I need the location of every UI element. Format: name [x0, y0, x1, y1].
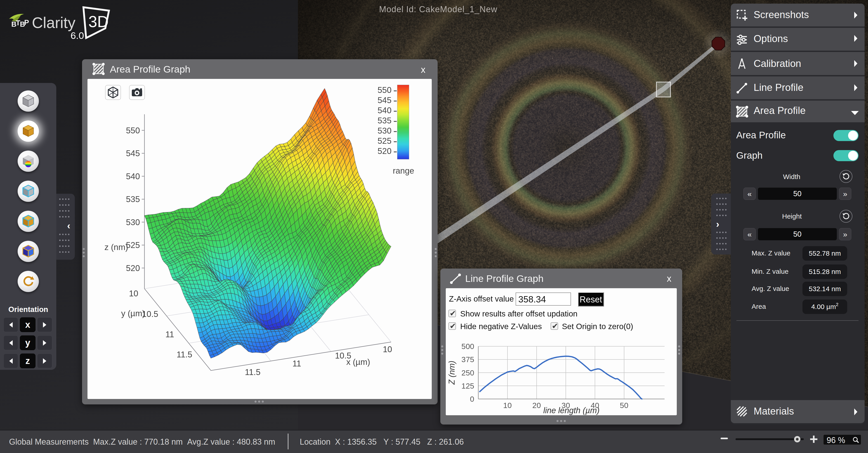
svg-text:›: ›: [716, 219, 719, 230]
svg-text:T: T: [16, 19, 20, 27]
svg-text:line length (µm): line length (µm): [544, 406, 600, 415]
svg-text:250: 250: [461, 368, 474, 377]
svg-text:500: 500: [461, 342, 474, 351]
svg-text:P: P: [24, 18, 29, 26]
svg-text:10: 10: [503, 401, 512, 410]
svg-text:B: B: [11, 20, 16, 28]
svg-text:20: 20: [532, 401, 541, 410]
svg-text:Clarity: Clarity: [32, 14, 75, 31]
svg-text:125: 125: [461, 382, 474, 390]
svg-text:Z (nm): Z (nm): [447, 361, 456, 385]
svg-text:50: 50: [620, 401, 628, 410]
svg-text:6.0: 6.0: [70, 30, 84, 41]
svg-text:3D: 3D: [88, 13, 108, 31]
svg-text:0: 0: [470, 395, 474, 403]
svg-text:375: 375: [461, 355, 474, 364]
svg-text:‹: ‹: [67, 220, 70, 231]
